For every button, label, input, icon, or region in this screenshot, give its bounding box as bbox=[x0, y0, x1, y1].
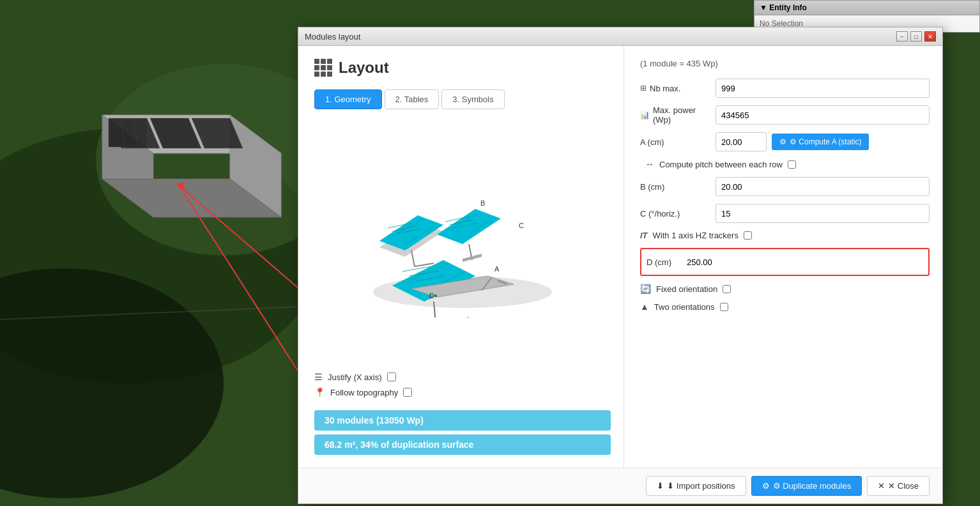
refresh-icon: 🔄 bbox=[640, 284, 651, 294]
field-d-label: D (cm) bbox=[647, 257, 682, 267]
field-a-label: A (cm) bbox=[640, 137, 710, 147]
entity-info-title: ▼ Entity Info bbox=[760, 3, 807, 12]
compute-a-button[interactable]: ⚙ ⚙ Compute A (static) bbox=[772, 134, 869, 150]
fixed-orientation-row: 🔄 Fixed orientation bbox=[640, 284, 930, 294]
svg-text:A: A bbox=[494, 265, 500, 273]
grid-cell bbox=[321, 72, 326, 77]
nb-max-row: ⊞ Nb max. bbox=[640, 79, 930, 98]
dialog-footer: ⬇ ⬇ Import positions ⚙ ⚙ Duplicate modul… bbox=[298, 468, 942, 503]
module-info: (1 module = 435 Wp) bbox=[640, 59, 930, 68]
close-titlebar-button[interactable]: ✕ bbox=[924, 31, 936, 42]
two-orientations-label: Two orientations bbox=[654, 302, 715, 312]
grid-cell bbox=[327, 65, 332, 70]
tab-geometry[interactable]: 1. Geometry bbox=[314, 89, 382, 109]
grid-icon bbox=[314, 59, 332, 77]
grid-cell bbox=[314, 65, 319, 70]
topography-checkbox[interactable] bbox=[403, 388, 412, 397]
right-panel: (1 module = 435 Wp) ⊞ Nb max. 📊 Max. pow… bbox=[624, 46, 942, 468]
titlebar-buttons: − □ ✕ bbox=[896, 31, 936, 42]
field-d-input[interactable] bbox=[687, 253, 923, 271]
pitch-checkbox[interactable] bbox=[788, 160, 796, 169]
justify-option-row: ☰ Justify (X axis) bbox=[314, 372, 611, 382]
field-d-container: D (cm) bbox=[640, 248, 930, 276]
max-power-icon: 📊 bbox=[640, 111, 650, 119]
options-section: ☰ Justify (X axis) 📍 Follow topography bbox=[314, 372, 611, 397]
pitch-row: ↔ Compute pitch between each row bbox=[640, 159, 930, 169]
grid-cell bbox=[321, 59, 326, 64]
close-icon: ✕ bbox=[878, 481, 885, 491]
entity-info-header: ▼ Entity Info bbox=[754, 1, 979, 15]
modules-count-badge: 30 modules (13050 Wp) bbox=[314, 410, 611, 431]
grid-cell bbox=[314, 72, 319, 77]
stats-section: 30 modules (13050 Wp) 68.2 m², 34% of du… bbox=[314, 410, 611, 455]
svg-text:B: B bbox=[480, 199, 485, 207]
field-c-row: C (°/horiz.) bbox=[640, 204, 930, 223]
duplicate-icon: ⚙ bbox=[762, 481, 770, 491]
triangle-icon: ▲ bbox=[640, 302, 649, 312]
layout-header: Layout bbox=[314, 59, 611, 77]
two-orientations-row: ▲ Two orientations bbox=[640, 302, 930, 312]
field-a-row: A (cm) ⚙ ⚙ Compute A (static) bbox=[640, 132, 930, 151]
svg-line-27 bbox=[415, 263, 434, 266]
tab-tables[interactable]: 2. Tables bbox=[385, 89, 440, 109]
field-a-input[interactable] bbox=[716, 132, 767, 151]
nb-max-input[interactable] bbox=[716, 79, 930, 98]
field-c-input[interactable] bbox=[716, 204, 930, 223]
svg-text:C: C bbox=[519, 222, 524, 229]
dialog-title: Modules layout bbox=[305, 32, 360, 42]
duplicate-modules-button[interactable]: ⚙ ⚙ Duplicate modules bbox=[751, 476, 862, 496]
dialog-titlebar: Modules layout − □ ✕ bbox=[298, 27, 942, 46]
tracker-icon: IT bbox=[640, 231, 648, 240]
field-c-label: C (°/horiz.) bbox=[640, 209, 710, 218]
field-b-row: B (cm) bbox=[640, 177, 930, 196]
pitch-icon: ↔ bbox=[645, 159, 654, 169]
grid-cell bbox=[327, 59, 332, 64]
fixed-orientation-label: Fixed orientation bbox=[656, 284, 717, 294]
two-orientations-checkbox[interactable] bbox=[720, 303, 728, 311]
justify-icon: ☰ bbox=[314, 372, 323, 382]
nb-max-label: ⊞ Nb max. bbox=[640, 84, 710, 93]
surface-info-badge: 68.2 m², 34% of duplication surface bbox=[314, 434, 611, 455]
svg-text:D: D bbox=[429, 292, 434, 300]
svg-marker-12 bbox=[109, 119, 147, 147]
solar-diagram-svg: B C bbox=[360, 171, 565, 318]
minimize-button[interactable]: − bbox=[896, 31, 908, 42]
nb-max-icon: ⊞ bbox=[640, 84, 647, 93]
topography-label: Follow topography bbox=[330, 388, 398, 397]
topography-icon: 📍 bbox=[314, 387, 325, 397]
tracker-checkbox[interactable] bbox=[744, 231, 752, 240]
svg-line-26 bbox=[411, 250, 415, 266]
layout-title: Layout bbox=[339, 59, 389, 77]
tracker-row: IT With 1 axis HZ trackers bbox=[640, 231, 930, 240]
grid-cell bbox=[314, 59, 319, 64]
import-positions-button[interactable]: ⬇ ⬇ Import positions bbox=[646, 476, 746, 496]
fixed-orientation-checkbox[interactable] bbox=[723, 285, 731, 293]
gear-icon: ⚙ bbox=[779, 137, 786, 146]
tabs-container: 1. Geometry 2. Tables 3. Symbols bbox=[314, 89, 611, 109]
svg-point-49 bbox=[434, 295, 437, 297]
svg-marker-36 bbox=[463, 254, 482, 262]
topography-option-row: 📍 Follow topography bbox=[314, 387, 611, 397]
field-b-label: B (cm) bbox=[640, 182, 710, 192]
tracker-label: With 1 axis HZ trackers bbox=[653, 231, 739, 240]
left-panel: Layout 1. Geometry 2. Tables 3. Symbols bbox=[298, 46, 624, 468]
field-b-input[interactable] bbox=[716, 177, 930, 196]
max-power-row: 📊 Max. power (Wp) bbox=[640, 105, 930, 125]
modules-layout-dialog: Modules layout − □ ✕ bbox=[298, 27, 943, 504]
justify-checkbox[interactable] bbox=[387, 372, 396, 381]
justify-label: Justify (X axis) bbox=[328, 372, 382, 382]
max-power-label: 📊 Max. power (Wp) bbox=[640, 105, 710, 125]
dialog-body: Layout 1. Geometry 2. Tables 3. Symbols bbox=[298, 46, 942, 468]
close-button[interactable]: ✕ ✕ Close bbox=[867, 476, 930, 496]
import-icon: ⬇ bbox=[657, 481, 664, 491]
svg-marker-28 bbox=[437, 209, 501, 244]
grid-cell bbox=[321, 65, 326, 70]
max-power-input[interactable] bbox=[716, 105, 930, 125]
maximize-button[interactable]: □ bbox=[910, 31, 922, 42]
solar-diagram-area: B C bbox=[314, 122, 611, 365]
grid-cell bbox=[327, 72, 332, 77]
tab-symbols[interactable]: 3. Symbols bbox=[441, 89, 504, 109]
pitch-label: Compute pitch between each row bbox=[659, 160, 783, 169]
